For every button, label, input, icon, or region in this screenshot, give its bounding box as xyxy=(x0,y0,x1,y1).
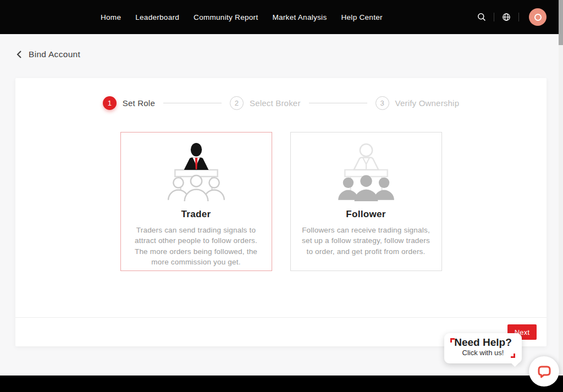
search-icon[interactable] xyxy=(475,10,488,24)
role-desc-trader: Traders can send trading signals to attr… xyxy=(131,225,262,268)
divider xyxy=(494,13,494,21)
corner-bracket-icon xyxy=(450,338,455,343)
globe-icon[interactable] xyxy=(500,10,513,24)
top-nav-bar: Home Leaderboard Community Report Market… xyxy=(0,0,559,34)
need-help-tooltip[interactable]: Need Help? Click with us! xyxy=(444,333,522,363)
step-connector xyxy=(163,103,222,103)
nav-item-help-center[interactable]: Help Center xyxy=(341,13,382,21)
user-avatar[interactable] xyxy=(529,8,547,26)
scrollbar-thumb[interactable] xyxy=(559,0,563,45)
role-card-trader[interactable]: Trader Traders can send trading signals … xyxy=(120,132,272,271)
scrollbar-track[interactable] xyxy=(559,0,563,376)
role-title-follower: Follower xyxy=(346,209,385,220)
live-chat-button[interactable] xyxy=(529,356,559,387)
nav-item-home[interactable]: Home xyxy=(101,13,121,21)
footer-bar xyxy=(0,376,563,392)
nav-item-community-report[interactable]: Community Report xyxy=(194,13,258,21)
tooltip-tail xyxy=(511,358,520,367)
stepper: 1 Set Role 2 Select Broker 3 Verify Owne… xyxy=(15,96,547,110)
back-breadcrumb[interactable]: Bind Account xyxy=(16,49,80,59)
chat-bubble-icon xyxy=(537,364,552,379)
chevron-left-icon xyxy=(16,50,22,59)
step-3-label: Verify Ownership xyxy=(395,98,460,108)
help-subtitle: Click with us! xyxy=(444,349,522,357)
role-options: Trader Traders can send trading signals … xyxy=(15,132,547,271)
topbar-right-controls xyxy=(475,8,547,26)
page-title: Bind Account xyxy=(29,49,80,59)
avatar-ring-glyph xyxy=(534,14,542,21)
step-connector xyxy=(309,103,367,103)
role-desc-follower: Followers can receive trading signals, s… xyxy=(301,225,432,257)
step-set-role: 1 Set Role xyxy=(103,96,155,110)
card-footer-divider xyxy=(15,317,547,318)
role-card-follower[interactable]: Follower Followers can receive trading s… xyxy=(290,132,442,271)
bind-account-panel: 1 Set Role 2 Select Broker 3 Verify Owne… xyxy=(15,78,547,346)
corner-bracket-icon xyxy=(511,354,515,358)
divider xyxy=(518,13,519,21)
nav-item-market-analysis[interactable]: Market Analysis xyxy=(272,13,327,21)
nav-item-leaderboard[interactable]: Leaderboard xyxy=(135,13,179,21)
main-nav: Home Leaderboard Community Report Market… xyxy=(101,13,383,21)
step-2-circle: 2 xyxy=(230,96,244,110)
trader-podium-icon xyxy=(163,142,229,205)
help-title: Need Help? xyxy=(444,336,522,349)
step-2-label: Select Broker xyxy=(250,98,301,108)
step-1-label: Set Role xyxy=(123,98,155,108)
step-3-circle: 3 xyxy=(376,96,389,110)
step-verify-ownership: 3 Verify Ownership xyxy=(376,96,460,110)
step-1-circle: 1 xyxy=(103,96,117,110)
step-select-broker: 2 Select Broker xyxy=(230,96,301,110)
role-title-trader: Trader xyxy=(181,209,211,220)
follower-audience-icon xyxy=(333,142,399,205)
